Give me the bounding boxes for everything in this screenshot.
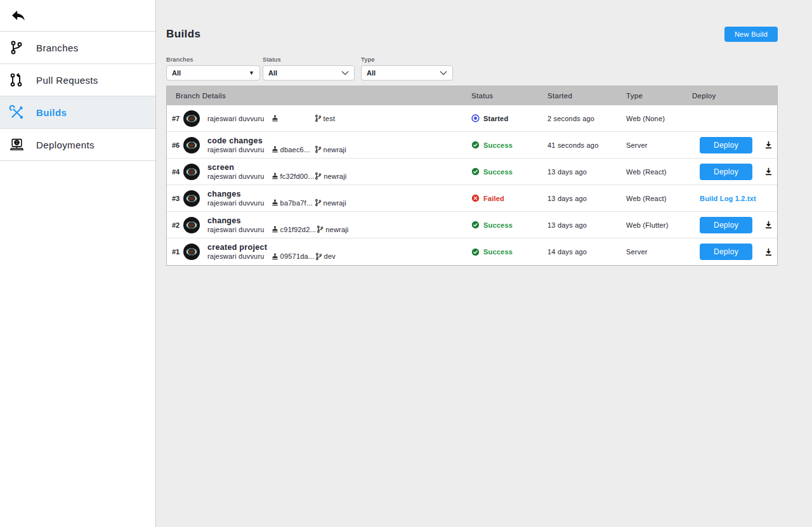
build-log-link[interactable]: Build Log 1.2.txt bbox=[700, 195, 756, 202]
filter-branches-value: All bbox=[172, 69, 181, 77]
column-header-deploy: Deploy bbox=[692, 92, 777, 100]
download-icon[interactable] bbox=[764, 247, 773, 257]
started-cell: 2 seconds ago bbox=[547, 115, 626, 122]
sidebar-item-label: Deployments bbox=[36, 140, 95, 150]
status-cell: Success bbox=[471, 141, 547, 149]
sidebar: Branches Pull Requests Builds bbox=[0, 0, 156, 527]
branches-icon bbox=[8, 39, 25, 56]
commit-hash: dbaec6... bbox=[271, 145, 314, 154]
download-icon[interactable] bbox=[764, 140, 773, 150]
avatar bbox=[183, 164, 200, 180]
branch-name: newraji bbox=[316, 225, 348, 234]
deploy-cell: Deploy Build Log 1.2.txt bbox=[692, 195, 777, 202]
commit-meta: rajeswari duvvuru c91f92d2... bbox=[207, 225, 471, 234]
filter-status: Status All bbox=[263, 56, 355, 81]
table-row: #1 created project rajeswari duvvuru 095… bbox=[167, 238, 777, 265]
author-name: rajeswari duvvuru bbox=[207, 145, 265, 154]
success-icon bbox=[471, 248, 480, 256]
sidebar-item-pull-requests[interactable]: Pull Requests bbox=[0, 64, 155, 96]
branch-details-cell: rajeswari duvvuru bbox=[205, 114, 471, 123]
branch-name: newraji bbox=[314, 145, 346, 154]
type-cell: Web (React) bbox=[626, 195, 692, 202]
started-cell: 41 seconds ago bbox=[547, 141, 626, 149]
filter-branches-select[interactable]: All ▼ bbox=[166, 65, 260, 81]
branch-icon bbox=[315, 252, 323, 261]
filter-status-value: All bbox=[268, 69, 277, 77]
sidebar-item-label: Pull Requests bbox=[36, 75, 98, 86]
pull-request-icon bbox=[8, 72, 25, 88]
builds-table: Branch Details Status Started Type Deplo… bbox=[166, 86, 778, 266]
filter-status-select[interactable]: All bbox=[263, 65, 355, 81]
commit-meta: rajeswari duvvuru bbox=[207, 114, 471, 123]
build-number: #4 bbox=[167, 168, 183, 176]
started-cell: 13 days ago bbox=[547, 168, 626, 176]
branch-details-cell: changes rajeswari duvvuru ba7ba7f... bbox=[205, 190, 471, 207]
build-number: #6 bbox=[167, 141, 183, 149]
chevron-down-icon bbox=[341, 70, 349, 75]
branch-name-text: test bbox=[324, 114, 336, 123]
status-cell: Success bbox=[471, 221, 547, 229]
filter-type-value: All bbox=[367, 69, 376, 77]
deploy-button[interactable]: Deploy bbox=[700, 164, 752, 180]
sidebar-item-deployments[interactable]: Deployments bbox=[0, 129, 155, 161]
new-build-button[interactable]: New Build bbox=[724, 27, 778, 42]
author-name: rajeswari duvvuru bbox=[207, 114, 265, 123]
download-icon[interactable] bbox=[764, 167, 773, 176]
commit-hash: c91f92d2... bbox=[271, 225, 317, 234]
deploy-button[interactable]: Deploy bbox=[700, 137, 752, 153]
back-arrow-icon bbox=[10, 7, 27, 24]
back-button[interactable] bbox=[8, 6, 27, 25]
commit-stamp-icon bbox=[271, 114, 279, 122]
commit-meta: rajeswari duvvuru ba7ba7f... bbox=[207, 198, 471, 207]
chevron-down-icon bbox=[440, 70, 447, 75]
sidebar-back-row bbox=[0, 0, 155, 32]
type-cell: Web (Flutter) bbox=[626, 221, 692, 229]
sidebar-item-branches[interactable]: Branches bbox=[0, 32, 155, 64]
sidebar-item-label: Branches bbox=[36, 42, 79, 53]
branch-details-cell: changes rajeswari duvvuru c91f92d2... bbox=[205, 216, 471, 234]
success-icon bbox=[471, 167, 480, 176]
deployments-icon bbox=[8, 136, 25, 153]
branch-icon bbox=[314, 145, 322, 153]
type-cell: Server bbox=[626, 248, 692, 256]
status-label: Started bbox=[483, 115, 508, 122]
filter-type-select[interactable]: All bbox=[361, 65, 453, 81]
commit-meta: rajeswari duvvuru 09571da... bbox=[207, 252, 471, 261]
table-row: #3 changes rajeswari duvvuru ba7ba7f... bbox=[167, 185, 777, 212]
branch-icon bbox=[314, 198, 322, 207]
commit-stamp-icon bbox=[271, 225, 279, 233]
table-header: Branch Details Status Started Type Deplo… bbox=[167, 86, 777, 105]
build-number: #3 bbox=[167, 195, 183, 202]
sidebar-item-label: Builds bbox=[36, 107, 67, 118]
author-name: rajeswari duvvuru bbox=[207, 252, 265, 261]
success-icon bbox=[471, 141, 480, 149]
branch-details-cell: code changes rajeswari duvvuru dbaec6... bbox=[205, 136, 471, 154]
page-title: Builds bbox=[166, 28, 200, 41]
started-cell: 13 days ago bbox=[547, 221, 626, 229]
status-label: Failed bbox=[483, 195, 504, 202]
sidebar-item-builds[interactable]: Builds bbox=[0, 96, 155, 129]
status-cell: Failed bbox=[471, 194, 547, 202]
started-icon bbox=[471, 114, 480, 122]
author-name: rajeswari duvvuru bbox=[207, 225, 265, 234]
build-number: #1 bbox=[167, 248, 183, 256]
author-name: rajeswari duvvuru bbox=[207, 172, 265, 181]
table-body: #7 rajeswari duvvuru bbox=[167, 105, 777, 265]
avatar bbox=[183, 190, 200, 207]
download-icon[interactable] bbox=[764, 220, 773, 230]
deploy-button[interactable]: Deploy bbox=[700, 244, 752, 260]
deploy-cell: Deploy bbox=[692, 137, 777, 153]
avatar bbox=[183, 244, 200, 260]
filter-branches: Branches All ▼ bbox=[166, 56, 260, 81]
commit-hash: fc32fd00... bbox=[271, 172, 315, 181]
column-header-type: Type bbox=[626, 92, 692, 100]
table-row: #4 screen rajeswari duvvuru fc32fd00... bbox=[167, 159, 777, 185]
commit-stamp-icon bbox=[271, 252, 279, 261]
commit-meta: rajeswari duvvuru fc32fd00... bbox=[207, 172, 471, 181]
deploy-button[interactable]: Deploy bbox=[700, 217, 752, 233]
column-header-started: Started bbox=[547, 92, 626, 100]
branch-name-text: newraji bbox=[324, 198, 346, 207]
column-header-branch-details: Branch Details bbox=[167, 92, 471, 100]
table-row: #6 code changes rajeswari duvvuru dbaec6… bbox=[167, 132, 777, 159]
status-cell: Success bbox=[471, 167, 547, 176]
